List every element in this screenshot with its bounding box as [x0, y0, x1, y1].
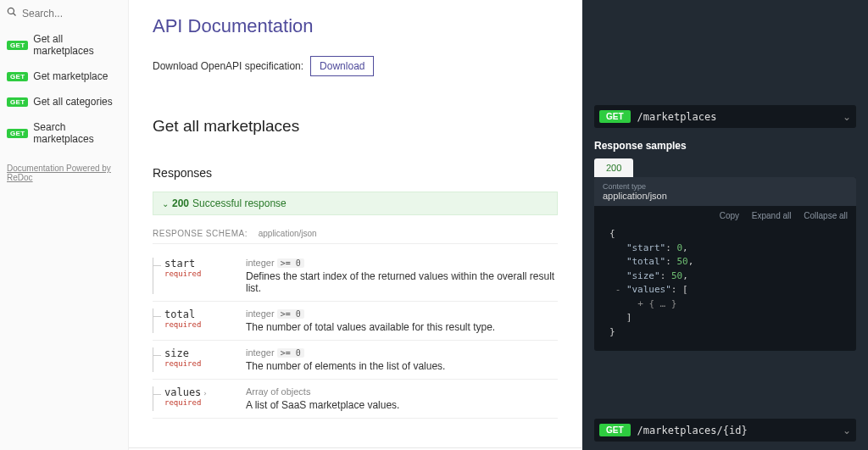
- redoc-credit-link[interactable]: Documentation Powered by ReDoc: [0, 152, 128, 194]
- sidebar: GET Get all marketplaces GET Get marketp…: [0, 0, 129, 450]
- param-row: size required integer >= 0 The number of…: [153, 341, 558, 380]
- responses-heading: Responses: [153, 166, 558, 180]
- page-title: API Documentation: [153, 15, 558, 37]
- samples-panel: GET /marketplaces ⌄ Response samples 200…: [582, 0, 868, 450]
- param-type: integer >= 0: [246, 308, 558, 319]
- sidebar-item-get-all-categories[interactable]: GET Get all categories: [0, 89, 128, 114]
- endpoint-bar-marketplaces[interactable]: GET /marketplaces ⌄: [594, 105, 856, 128]
- search-input[interactable]: [22, 8, 121, 19]
- schema-value: application/json: [259, 229, 317, 238]
- main-content: API Documentation Download OpenAPI speci…: [129, 0, 582, 450]
- download-button[interactable]: Download: [310, 56, 374, 76]
- param-constraint: >= 0: [277, 309, 304, 319]
- param-constraint: >= 0: [277, 348, 304, 358]
- param-required: required: [164, 359, 237, 368]
- json-sample: { "start": 0, "total": 50, "size": 50, -…: [594, 225, 856, 351]
- response-schema-row: RESPONSE SCHEMA: application/json: [153, 229, 558, 244]
- param-name: total: [164, 308, 237, 320]
- sidebar-item-get-all-marketplaces[interactable]: GET Get all marketplaces: [0, 26, 128, 64]
- content-type-label: Content type: [603, 182, 848, 191]
- section-title-get-all-marketplaces: Get all marketplaces: [153, 117, 558, 136]
- param-name: start: [164, 258, 237, 269]
- chevron-down-icon: ⌄: [162, 199, 169, 208]
- param-name: size: [164, 347, 237, 359]
- expand-all-button[interactable]: Expand all: [752, 211, 792, 220]
- sidebar-item-label: Get all marketplaces: [33, 33, 121, 57]
- collapse-toggle-icon[interactable]: +: [637, 298, 643, 309]
- params-table: start required integer >= 0 Defines the …: [153, 251, 558, 419]
- param-row[interactable]: values› required Array of objects A list…: [153, 380, 558, 419]
- endpoint-bar-marketplace-id[interactable]: GET /marketplaces/{id} ⌄: [594, 419, 856, 442]
- http-method-badge: GET: [7, 72, 28, 81]
- sidebar-item-label: Search marketplaces: [33, 121, 121, 145]
- search-row[interactable]: [0, 3, 128, 26]
- http-method-badge: GET: [599, 110, 631, 123]
- code-actions: Copy Expand all Collapse all: [594, 206, 856, 225]
- param-required: required: [164, 398, 237, 407]
- sidebar-item-label: Get all categories: [33, 96, 112, 108]
- param-desc: Defines the start index of the returned …: [246, 270, 558, 294]
- sidebar-item-search-marketplaces[interactable]: GET Search marketplaces: [0, 114, 128, 152]
- response-200-toggle[interactable]: ⌄ 200 Successful response: [153, 192, 558, 215]
- collapse-toggle-icon[interactable]: -: [615, 284, 621, 295]
- http-method-badge: GET: [7, 97, 28, 107]
- search-icon: [7, 7, 17, 19]
- param-row: start required integer >= 0 Defines the …: [153, 251, 558, 302]
- param-desc: A list of SaaS marketplace values.: [246, 399, 558, 411]
- param-name: values›: [164, 386, 237, 398]
- chevron-right-icon: ›: [203, 389, 207, 397]
- http-method-badge: GET: [599, 424, 631, 436]
- schema-label: RESPONSE SCHEMA:: [153, 229, 248, 238]
- param-row: total required integer >= 0 The number o…: [153, 302, 558, 341]
- response-code: 200: [172, 197, 189, 209]
- response-samples-heading: Response samples: [594, 140, 856, 152]
- param-type: integer >= 0: [246, 347, 558, 358]
- param-desc: The number of elements in the list of va…: [246, 360, 558, 372]
- content-type-bar: Content type application/json: [594, 177, 856, 206]
- response-text: Successful response: [192, 197, 287, 209]
- copy-button[interactable]: Copy: [720, 211, 739, 220]
- param-required: required: [164, 320, 237, 329]
- spec-label: Download OpenAPI specification:: [153, 60, 303, 72]
- param-constraint: >= 0: [277, 258, 304, 268]
- chevron-down-icon: ⌄: [843, 425, 851, 436]
- content-type-value: application/json: [603, 191, 667, 201]
- endpoint-path: /marketplaces/{id}: [637, 425, 843, 436]
- sidebar-item-get-marketplace[interactable]: GET Get marketplace: [0, 64, 128, 89]
- param-type: Array of objects: [246, 386, 558, 397]
- http-method-badge: GET: [7, 129, 28, 138]
- param-desc: The number of total values available for…: [246, 321, 558, 333]
- chevron-down-icon: ⌄: [843, 111, 851, 123]
- param-type: integer >= 0: [246, 258, 558, 268]
- sidebar-item-label: Get marketplace: [33, 70, 108, 82]
- spec-download-row: Download OpenAPI specification: Download: [153, 56, 558, 76]
- endpoint-path: /marketplaces: [637, 111, 843, 123]
- section-divider: [129, 447, 581, 448]
- http-method-badge: GET: [7, 41, 28, 50]
- collapse-all-button[interactable]: Collapse all: [804, 211, 848, 220]
- param-required: required: [164, 269, 237, 278]
- tab-200[interactable]: 200: [594, 158, 633, 177]
- code-panel: Content type application/json Copy Expan…: [594, 177, 856, 351]
